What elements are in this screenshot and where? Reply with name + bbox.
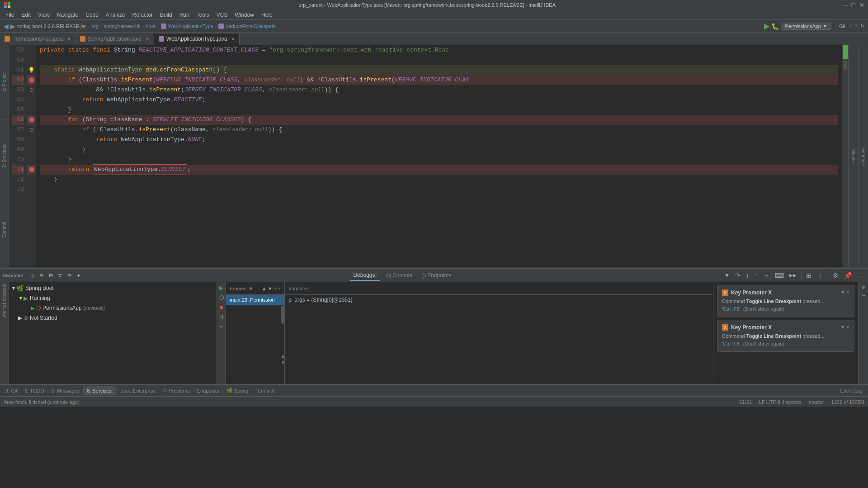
breakpoint-71[interactable] [29, 167, 34, 172]
notif-1-close[interactable]: ✕ [846, 289, 849, 296]
menu-help[interactable]: Help [258, 11, 276, 19]
btab-event-log[interactable]: Event Log [836, 386, 866, 395]
tab-webapptype[interactable]: WebApplicationType.java ✕ [154, 33, 240, 45]
nav-forward[interactable]: ▶ [10, 23, 15, 30]
dbg-btn-run-cursor[interactable]: → [761, 271, 771, 280]
window-controls[interactable]: ─ □ ✕ [844, 1, 864, 9]
app-menu-icon[interactable] [4, 1, 11, 9]
panel-structure[interactable]: 2: Structure [0, 119, 9, 194]
menu-file[interactable]: File [2, 11, 18, 19]
editor-scrollbar[interactable] [842, 45, 848, 267]
debugger-tab-endpoints[interactable]: ⬡Endpoints [419, 270, 454, 280]
menu-view[interactable]: View [34, 11, 53, 19]
breakpoint-62[interactable] [29, 77, 34, 83]
btab-endpoints[interactable]: Endpoints [193, 386, 223, 395]
icon-close-panel[interactable]: — [862, 293, 865, 299]
dbg-btn-table[interactable]: ⊞ [804, 271, 813, 280]
menu-navigate[interactable]: Navigate [53, 11, 82, 19]
dbg-btn-stream[interactable]: ▶▶ [788, 272, 798, 279]
dbg-minimize[interactable]: — [855, 271, 865, 280]
tab-close-spring[interactable]: ✕ [146, 37, 149, 42]
git-arrow[interactable]: ↻ [860, 23, 864, 29]
maven-panel[interactable]: Maven [848, 45, 858, 267]
maximize-btn[interactable]: □ [852, 1, 855, 9]
menu-edit[interactable]: Edit [18, 11, 34, 19]
srv-btn-filter[interactable]: ▽ [57, 271, 64, 280]
btab-spring[interactable]: 🌿Spring [223, 386, 252, 395]
nav-springframework[interactable]: springframework [104, 24, 141, 29]
menu-window[interactable]: Window [231, 11, 258, 19]
menu-run[interactable]: Run [176, 11, 193, 19]
database-panel[interactable]: Database [858, 45, 868, 267]
panel-project[interactable]: 1: Project [0, 45, 9, 119]
gutter[interactable]: 💡 [27, 45, 36, 267]
notif-2-expand[interactable]: ▼ [841, 324, 844, 331]
menu-code[interactable]: Code [82, 11, 102, 19]
tab-spring-application[interactable]: SpringApplication.java ✕ [75, 33, 154, 45]
menu-vcs[interactable]: VCS [213, 11, 231, 19]
frames-dropdown[interactable]: ▼ [248, 286, 253, 291]
notif-2-close[interactable]: ✕ [846, 324, 849, 331]
srv-btn-collapse[interactable]: ≡ [38, 271, 45, 280]
minimize-btn[interactable]: ─ [844, 1, 848, 9]
git-x[interactable]: ✕ [854, 23, 859, 29]
menu-tools[interactable]: Tools [193, 11, 213, 19]
permissions-dropdown[interactable]: PermissionsApp ▼ [781, 23, 831, 30]
status-encoding[interactable]: LF UTF-8 4 spaces [759, 399, 802, 405]
nav-method[interactable]: deduceFromClasspath [226, 24, 276, 29]
icon-web[interactable]: ▶ [219, 284, 223, 292]
scrollbar-thumb[interactable] [844, 61, 847, 70]
status-branch[interactable]: master [809, 399, 824, 405]
nav-boot[interactable]: boot [146, 24, 155, 29]
menu-build[interactable]: Build [156, 11, 176, 19]
btab-git[interactable]: 9: Git [2, 386, 21, 395]
srv-btn-add[interactable]: + [75, 271, 82, 280]
btab-messages[interactable]: 0: Messages [48, 386, 83, 395]
close-btn[interactable]: ✕ [859, 1, 864, 9]
frames-filter-btn[interactable]: ▽ [274, 285, 277, 291]
nav-org[interactable]: org [91, 24, 99, 29]
btab-problems[interactable]: ⚠Problems [159, 386, 193, 395]
frames-scrollbar[interactable]: ▲ ▼ [281, 305, 284, 368]
dbg-btn-dropdown[interactable]: ▼ [722, 271, 731, 280]
scroll-down[interactable]: ▼ [282, 360, 284, 365]
frames-add-btn[interactable]: + [278, 286, 281, 291]
git-checkmark[interactable]: ✓ [849, 23, 853, 29]
icon-settings[interactable]: ⚙ [862, 284, 865, 291]
scroll-up[interactable]: ▲ [282, 354, 284, 359]
notif-1-dont-show[interactable]: (Don't show again) [743, 306, 784, 312]
code-editor[interactable]: private static final String REACTIVE_APP… [36, 45, 842, 267]
breakpoint-66[interactable] [29, 117, 34, 123]
nav-back[interactable]: ◀ [4, 23, 9, 30]
icon-debug[interactable]: ⬡ [219, 294, 224, 301]
nav-run-btn[interactable]: ▶ [764, 22, 769, 30]
srv-btn-expand[interactable]: ⊞ [47, 271, 54, 280]
dbg-btn-step-into[interactable]: ↓ [744, 271, 751, 280]
tab-permissions-app[interactable]: PermissionsApp.java ✕ [0, 33, 75, 45]
dbg-btn-evaluate[interactable]: ⌨ [773, 271, 786, 280]
dbg-settings[interactable]: ⚙ [831, 271, 840, 280]
bulb-icon[interactable]: 💡 [28, 67, 35, 74]
btab-services[interactable]: 8: Services [83, 386, 115, 395]
notif-1-expand[interactable]: ▼ [841, 289, 844, 296]
nav-debug-btn[interactable]: 🐛 [771, 23, 779, 30]
tree-running[interactable]: ▼ ▶ Running [9, 293, 217, 303]
dbg-btn-step-over[interactable]: ↷ [733, 271, 742, 280]
icon-persisence[interactable]: Persistence [2, 284, 7, 317]
tree-permissions-app[interactable]: ▶ ⬡ PermissionsApp [devtools] [9, 303, 217, 313]
dbg-btn-step-out[interactable]: ↑ [753, 271, 760, 280]
status-position[interactable]: 61:31 [739, 399, 752, 405]
notif-2-dont-show[interactable]: (Don't show again) [743, 341, 784, 346]
icon-stop[interactable]: ■ [219, 304, 223, 311]
tree-spring-boot[interactable]: ▼ 🌿 Spring Boot [9, 283, 217, 293]
panel-commit[interactable]: Commit [0, 193, 9, 267]
debugger-tab-console[interactable]: ▤Console [383, 270, 415, 280]
srv-btn-group[interactable]: ⊟ [66, 271, 73, 280]
nav-webapptype[interactable]: WebApplicationType [168, 24, 213, 29]
btab-terminal[interactable]: Terminal [252, 386, 278, 395]
icon-2-favorites[interactable]: ★ [220, 323, 223, 329]
status-lines[interactable]: 1129 of 1965M [831, 399, 864, 405]
tab-close-permissions[interactable]: ✕ [67, 37, 71, 42]
nav-jar[interactable]: spring-boot-2.2.6.RELEASE.jar [17, 24, 86, 29]
tree-not-started[interactable]: ▶ ⊘ Not Started [9, 313, 217, 323]
